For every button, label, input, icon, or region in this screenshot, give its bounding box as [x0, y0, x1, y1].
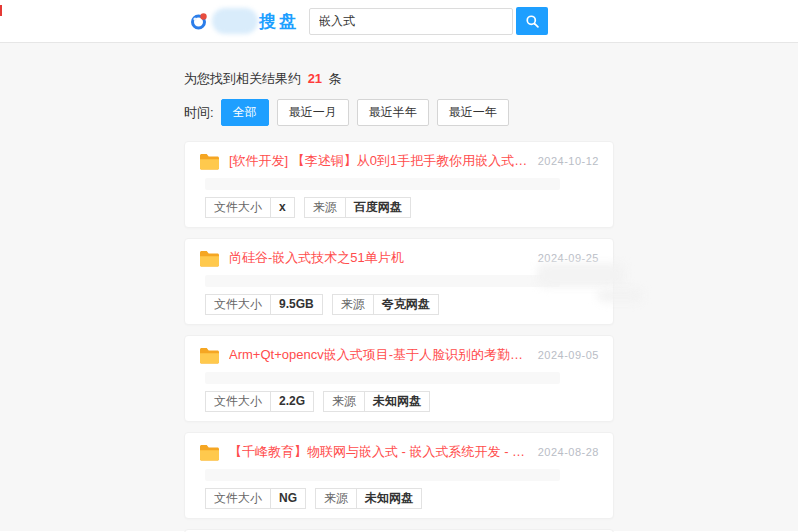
time-filter-label: 时间:	[184, 104, 214, 122]
time-filter-options: 全部最近一月最近半年最近一年	[221, 99, 517, 126]
result-card: 【千峰教育】物联网与嵌入式 - 嵌入式系统开发 - 带源码课件 2024-08-…	[184, 432, 614, 519]
search-button[interactable]	[516, 7, 548, 35]
folder-icon	[199, 250, 219, 267]
results-meta-prefix: 为您找到相关结果约	[184, 71, 301, 86]
redaction-smudge	[597, 289, 643, 302]
source-badge: 来源 夸克网盘	[332, 294, 439, 315]
file-size-badge: 文件大小 2.2G	[205, 391, 314, 412]
result-description-redacted	[205, 469, 560, 481]
search-input[interactable]	[309, 8, 513, 35]
result-description-redacted	[205, 275, 560, 287]
time-filter-button[interactable]: 最近一月	[277, 99, 349, 126]
folder-icon	[199, 347, 219, 364]
result-title[interactable]: [软件开发] 【李述铜】从0到1手把手教你用嵌入式操作系统	[229, 152, 528, 170]
result-title[interactable]: 尚硅谷-嵌入式技术之51单片机	[229, 249, 528, 267]
results-count: 21	[308, 71, 322, 86]
source-value: 百度网盘	[345, 197, 411, 218]
result-date: 2024-09-05	[538, 349, 599, 361]
time-filter-button[interactable]: 最近一年	[437, 99, 509, 126]
source-label: 来源	[315, 488, 357, 509]
size-value: x	[270, 197, 295, 218]
source-label: 来源	[332, 294, 374, 315]
brand-name: 搜盘	[259, 10, 299, 33]
source-value: 夸克网盘	[373, 294, 439, 315]
size-label: 文件大小	[205, 197, 271, 218]
disk-search-logo-icon	[189, 11, 209, 31]
result-badges: 文件大小 NG 来源 未知网盘	[205, 488, 599, 509]
size-value: NG	[270, 488, 306, 509]
source-badge: 来源 百度网盘	[304, 197, 411, 218]
size-label: 文件大小	[205, 488, 271, 509]
file-size-badge: 文件大小 9.5GB	[205, 294, 323, 315]
brand-name-redacted	[212, 8, 258, 34]
file-size-badge: 文件大小 x	[205, 197, 295, 218]
result-card: Arm+Qt+opencv嵌入式项目-基于人脸识别的考勤系统 2024-09-0…	[184, 335, 614, 422]
size-value: 2.2G	[270, 391, 314, 412]
results-meta: 为您找到相关结果约 21 条	[184, 70, 614, 88]
result-title[interactable]: Arm+Qt+opencv嵌入式项目-基于人脸识别的考勤系统	[229, 346, 528, 364]
redaction-smudge	[537, 263, 625, 287]
folder-icon	[199, 153, 219, 170]
time-filter-button[interactable]: 全部	[221, 99, 269, 126]
result-title[interactable]: 【千峰教育】物联网与嵌入式 - 嵌入式系统开发 - 带源码课件	[229, 443, 528, 461]
results-meta-suffix: 条	[329, 71, 342, 86]
source-label: 来源	[304, 197, 346, 218]
size-value: 9.5GB	[270, 294, 323, 315]
page-body: 为您找到相关结果约 21 条 时间: 全部最近一月最近半年最近一年 [软件开发]…	[0, 43, 798, 531]
left-edge-artifact	[0, 5, 2, 16]
result-description-redacted	[205, 372, 560, 384]
folder-icon	[199, 444, 219, 461]
source-value: 未知网盘	[364, 391, 430, 412]
file-size-badge: 文件大小 NG	[205, 488, 306, 509]
header: 搜盘	[0, 0, 798, 43]
result-date: 2024-08-28	[538, 446, 599, 458]
result-badges: 文件大小 2.2G 来源 未知网盘	[205, 391, 599, 412]
result-badges: 文件大小 x 来源 百度网盘	[205, 197, 599, 218]
source-label: 来源	[323, 391, 365, 412]
search-icon	[525, 14, 540, 29]
time-filter: 时间: 全部最近一月最近半年最近一年	[184, 99, 614, 126]
brand-logo[interactable]: 搜盘	[189, 8, 299, 34]
source-value: 未知网盘	[356, 488, 422, 509]
result-card: [软件开发] 【李述铜】从0到1手把手教你用嵌入式操作系统 2024-10-12…	[184, 141, 614, 228]
result-date: 2024-10-12	[538, 155, 599, 167]
size-label: 文件大小	[205, 391, 271, 412]
result-description-redacted	[205, 178, 560, 190]
time-filter-button[interactable]: 最近半年	[357, 99, 429, 126]
source-badge: 来源 未知网盘	[315, 488, 422, 509]
size-label: 文件大小	[205, 294, 271, 315]
search-box	[309, 7, 548, 35]
source-badge: 来源 未知网盘	[323, 391, 430, 412]
result-badges: 文件大小 9.5GB 来源 夸克网盘	[205, 294, 599, 315]
results-list: [软件开发] 【李述铜】从0到1手把手教你用嵌入式操作系统 2024-10-12…	[184, 141, 614, 532]
